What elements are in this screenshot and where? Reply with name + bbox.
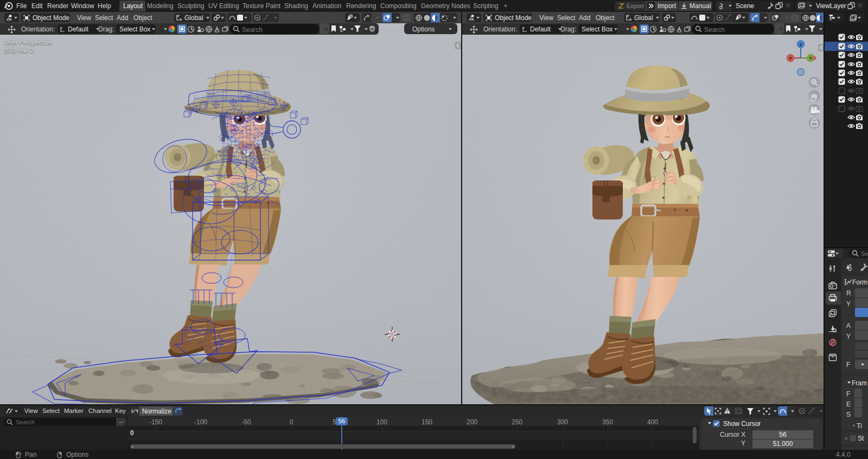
svg-text:X: X [789, 56, 792, 61]
svg-text:Z: Z [800, 42, 802, 47]
svg-text:Y: Y [809, 56, 812, 61]
